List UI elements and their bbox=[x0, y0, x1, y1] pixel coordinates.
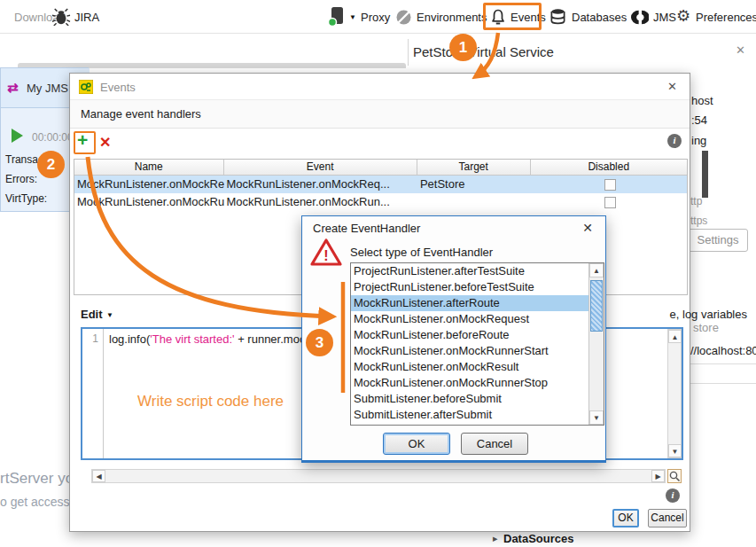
divider bbox=[408, 39, 409, 66]
column-header-event[interactable]: Event bbox=[224, 160, 417, 175]
annotation-box-plus bbox=[74, 131, 96, 154]
line-number: 1 bbox=[92, 332, 98, 345]
scrollbar-thumb[interactable] bbox=[590, 280, 603, 332]
preferences-button[interactable]: Preferences bbox=[696, 11, 756, 24]
expand-arrow-icon[interactable]: ▸ bbox=[493, 533, 498, 544]
list-item[interactable]: SubmitListener.beforeSubmit bbox=[351, 391, 604, 407]
list-item[interactable]: MockRunListener.onMockRunnerStop bbox=[351, 375, 604, 391]
hint-text-fragment: e, log variables bbox=[600, 308, 747, 321]
cell-disabled bbox=[531, 193, 687, 211]
step-badge-2: 2 bbox=[37, 151, 65, 178]
databases-button[interactable]: Databases bbox=[572, 11, 627, 24]
ok-button[interactable]: OK bbox=[383, 433, 450, 455]
scroll-down-icon[interactable]: ▼ bbox=[668, 444, 682, 457]
jms-button[interactable]: JMS bbox=[653, 11, 676, 24]
code-line: log.info('The virt started:' + runner.mo… bbox=[109, 332, 326, 346]
magnifier-icon[interactable] bbox=[667, 469, 682, 483]
manage-handlers-label: Manage event handlers bbox=[81, 107, 201, 121]
jira-button[interactable]: JIRA bbox=[74, 11, 99, 24]
list-item[interactable]: MockRunListener.onMockRequest bbox=[351, 311, 604, 327]
play-button[interactable] bbox=[12, 129, 23, 143]
http-fragment: ttp bbox=[690, 195, 702, 207]
proxy-button[interactable]: Proxy bbox=[361, 11, 390, 24]
datasources-section[interactable]: DataSources bbox=[503, 532, 573, 545]
errors-label: Errors: bbox=[5, 173, 37, 185]
cell-disabled bbox=[531, 176, 687, 193]
ok-button[interactable]: OK bbox=[612, 509, 639, 527]
scroll-up-icon[interactable]: ▲ bbox=[668, 330, 682, 343]
transfer-icon: ⇄ bbox=[7, 80, 19, 96]
disabled-checkbox[interactable] bbox=[604, 197, 616, 208]
cell-event: MockRunListener.onMockReq... bbox=[224, 176, 417, 193]
scrollbar-fragment bbox=[702, 151, 708, 198]
step-badge-3: 3 bbox=[306, 329, 333, 356]
events-dialog-title: Events bbox=[100, 81, 136, 94]
edit-caret-icon: ▼ bbox=[106, 311, 113, 319]
cancel-button[interactable]: Cancel bbox=[648, 509, 687, 527]
scroll-up-icon[interactable]: ▲ bbox=[589, 263, 604, 277]
databases-icon bbox=[549, 8, 566, 29]
soapui-events-icon bbox=[79, 80, 93, 98]
list-item[interactable]: ProjectRunListener.beforeTestSuite bbox=[351, 279, 604, 295]
divider bbox=[690, 363, 756, 364]
cell-name: MockRunListener.onMockReq... bbox=[74, 176, 224, 193]
edit-menu-button[interactable]: Edit bbox=[81, 308, 103, 321]
running-fragment: ing bbox=[691, 134, 706, 147]
create-dialog-close-icon[interactable]: ✕ bbox=[582, 221, 593, 235]
info-icon[interactable]: i bbox=[667, 134, 682, 148]
create-eventhandler-dialog: Create EventHandler ✕ ! Select type of E… bbox=[301, 215, 606, 463]
events-dialog-titlebar[interactable]: Events ✕ bbox=[70, 74, 690, 100]
cell-target bbox=[417, 193, 531, 211]
scroll-right-icon[interactable]: ▶ bbox=[651, 470, 665, 482]
events-dialog-close-icon[interactable]: ✕ bbox=[667, 80, 677, 93]
code-text: log.info( bbox=[109, 332, 150, 346]
table-header: Name Event Target Disabled bbox=[74, 160, 687, 176]
editor-gutter: 1 bbox=[82, 329, 104, 458]
settings-button[interactable]: Settings bbox=[688, 229, 748, 252]
list-scrollbar[interactable]: ▲ ▼ bbox=[588, 263, 604, 425]
store-fragment: store bbox=[693, 321, 719, 334]
cell-target: PetStore bbox=[417, 176, 531, 193]
virttype-label: VirtType: bbox=[5, 192, 47, 205]
table-row[interactable]: MockRunListener.onMockReq... MockRunList… bbox=[74, 176, 687, 193]
disabled-checkbox[interactable] bbox=[604, 179, 616, 191]
info-icon[interactable]: i bbox=[666, 488, 680, 503]
list-item[interactable]: MockRunListener.beforeRoute bbox=[351, 327, 604, 343]
editor-hscrollbar[interactable]: ◀ ▶ bbox=[91, 469, 666, 483]
list-item[interactable]: ProjectRunListener.afterTestSuite bbox=[351, 263, 604, 279]
host-fragment: host bbox=[691, 94, 713, 107]
svg-text:!: ! bbox=[323, 248, 328, 263]
list-item[interactable]: MockRunListener.onMockResult bbox=[351, 359, 604, 375]
environments-icon bbox=[395, 9, 412, 29]
jms-icon bbox=[630, 9, 649, 29]
list-item[interactable]: SubmitListener.afterSubmit bbox=[351, 407, 604, 423]
run-timer: 00:00:00 bbox=[32, 131, 74, 144]
proxy-dropdown-icon[interactable]: ▼ bbox=[349, 13, 356, 21]
column-header-target[interactable]: Target bbox=[417, 160, 531, 175]
preferences-gear-icon: ⚙ bbox=[676, 7, 690, 25]
proxy-icon bbox=[326, 6, 346, 31]
editor-vscrollbar[interactable]: ▲ ▼ bbox=[667, 329, 682, 458]
events-dialog-subtitle-bar: Manage event handlers bbox=[70, 100, 690, 129]
cell-name: MockRunListener.onMockRun... bbox=[74, 193, 224, 211]
main-toolbar: Download JIRA ▼ Proxy Environments Event… bbox=[0, 0, 756, 34]
warning-icon: ! bbox=[309, 238, 343, 271]
list-item[interactable]: MockRunListener.onMockRunnerStart bbox=[351, 343, 604, 359]
scroll-left-icon[interactable]: ◀ bbox=[92, 470, 105, 482]
environments-button[interactable]: Environments bbox=[417, 11, 487, 24]
column-header-name[interactable]: Name bbox=[74, 160, 224, 175]
jira-bug-icon bbox=[51, 8, 71, 29]
table-row[interactable]: MockRunListener.onMockRun... MockRunList… bbox=[74, 193, 687, 211]
service-close-icon[interactable]: ✕ bbox=[736, 43, 745, 57]
app-screen: Download JIRA ▼ Proxy Environments Event… bbox=[0, 0, 756, 547]
column-header-disabled[interactable]: Disabled bbox=[531, 160, 687, 175]
list-item-selected[interactable]: MockRunListener.afterRoute bbox=[351, 295, 604, 311]
eventhandler-list: ProjectRunListener.afterTestSuite Projec… bbox=[350, 262, 604, 426]
cancel-button[interactable]: Cancel bbox=[461, 433, 528, 455]
divider bbox=[690, 383, 756, 384]
step-badge-1: 1 bbox=[449, 34, 477, 61]
delete-handler-button[interactable]: ✕ bbox=[99, 134, 111, 151]
scroll-down-icon[interactable]: ▼ bbox=[589, 410, 604, 425]
annotation-box-events bbox=[483, 3, 542, 30]
create-dialog-title: Create EventHandler bbox=[313, 222, 420, 235]
